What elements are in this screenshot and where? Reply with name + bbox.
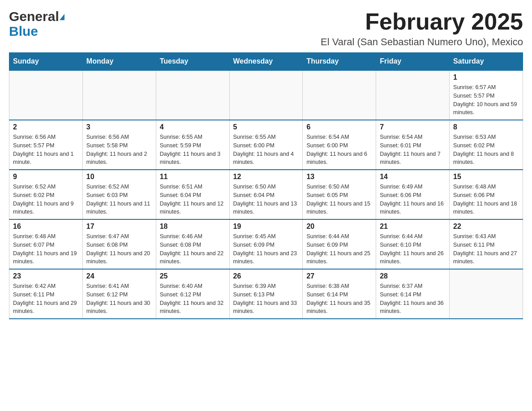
calendar-cell xyxy=(450,269,523,319)
day-info: Sunrise: 6:55 AM Sunset: 6:00 PM Dayligh… xyxy=(233,133,299,167)
calendar-cell: 20Sunrise: 6:44 AM Sunset: 6:09 PM Dayli… xyxy=(303,219,376,269)
calendar-cell: 3Sunrise: 6:56 AM Sunset: 5:58 PM Daylig… xyxy=(82,120,156,170)
calendar-week-4: 16Sunrise: 6:48 AM Sunset: 6:07 PM Dayli… xyxy=(9,219,523,269)
page-header: General Blue February 2025 El Varal (San… xyxy=(9,9,523,48)
calendar-table: SundayMondayTuesdayWednesdayThursdayFrid… xyxy=(9,52,523,319)
day-number: 10 xyxy=(86,173,152,181)
weekday-header-saturday: Saturday xyxy=(450,53,523,71)
day-info: Sunrise: 6:56 AM Sunset: 5:57 PM Dayligh… xyxy=(13,133,79,167)
calendar-week-3: 9Sunrise: 6:52 AM Sunset: 6:02 PM Daylig… xyxy=(9,170,523,219)
day-info: Sunrise: 6:48 AM Sunset: 6:06 PM Dayligh… xyxy=(453,183,519,216)
weekday-header-row: SundayMondayTuesdayWednesdayThursdayFrid… xyxy=(9,53,523,71)
day-number: 1 xyxy=(453,73,519,81)
day-number: 25 xyxy=(160,272,226,280)
calendar-cell: 13Sunrise: 6:50 AM Sunset: 6:05 PM Dayli… xyxy=(303,170,376,219)
calendar-cell: 19Sunrise: 6:45 AM Sunset: 6:09 PM Dayli… xyxy=(229,219,303,269)
day-info: Sunrise: 6:50 AM Sunset: 6:04 PM Dayligh… xyxy=(233,183,299,216)
logo-general: General xyxy=(9,9,64,24)
day-info: Sunrise: 6:42 AM Sunset: 6:11 PM Dayligh… xyxy=(13,282,79,316)
calendar-cell: 22Sunrise: 6:43 AM Sunset: 6:11 PM Dayli… xyxy=(450,219,523,269)
day-number: 5 xyxy=(233,123,299,131)
day-info: Sunrise: 6:40 AM Sunset: 6:12 PM Dayligh… xyxy=(160,282,226,316)
day-number: 16 xyxy=(13,223,79,231)
calendar-cell xyxy=(303,70,376,120)
day-info: Sunrise: 6:52 AM Sunset: 6:03 PM Dayligh… xyxy=(86,183,152,216)
day-number: 18 xyxy=(160,223,226,231)
day-info: Sunrise: 6:54 AM Sunset: 6:01 PM Dayligh… xyxy=(380,133,446,167)
day-number: 13 xyxy=(306,173,372,181)
day-info: Sunrise: 6:50 AM Sunset: 6:05 PM Dayligh… xyxy=(306,183,372,216)
weekday-header-wednesday: Wednesday xyxy=(229,53,303,71)
day-info: Sunrise: 6:39 AM Sunset: 6:13 PM Dayligh… xyxy=(233,282,299,316)
day-info: Sunrise: 6:48 AM Sunset: 6:07 PM Dayligh… xyxy=(13,232,79,266)
calendar-week-2: 2Sunrise: 6:56 AM Sunset: 5:57 PM Daylig… xyxy=(9,120,523,170)
calendar-cell: 27Sunrise: 6:38 AM Sunset: 6:14 PM Dayli… xyxy=(303,269,376,319)
calendar-cell: 24Sunrise: 6:41 AM Sunset: 6:12 PM Dayli… xyxy=(82,269,156,319)
day-info: Sunrise: 6:44 AM Sunset: 6:10 PM Dayligh… xyxy=(380,232,446,266)
location-title: El Varal (San Sebastian Numero Uno), Mex… xyxy=(321,36,523,48)
calendar-cell: 5Sunrise: 6:55 AM Sunset: 6:00 PM Daylig… xyxy=(229,120,303,170)
day-info: Sunrise: 6:53 AM Sunset: 6:02 PM Dayligh… xyxy=(453,133,519,167)
month-title: February 2025 xyxy=(321,9,523,34)
weekday-header-monday: Monday xyxy=(82,53,156,71)
day-number: 12 xyxy=(233,173,299,181)
logo-triangle-icon xyxy=(60,14,64,20)
day-number: 24 xyxy=(86,272,152,280)
calendar-cell: 8Sunrise: 6:53 AM Sunset: 6:02 PM Daylig… xyxy=(450,120,523,170)
logo: General Blue xyxy=(9,9,64,39)
day-info: Sunrise: 6:54 AM Sunset: 6:00 PM Dayligh… xyxy=(306,133,372,167)
calendar-cell: 16Sunrise: 6:48 AM Sunset: 6:07 PM Dayli… xyxy=(9,219,83,269)
day-info: Sunrise: 6:55 AM Sunset: 5:59 PM Dayligh… xyxy=(160,133,226,167)
calendar-cell: 12Sunrise: 6:50 AM Sunset: 6:04 PM Dayli… xyxy=(229,170,303,219)
calendar-cell: 15Sunrise: 6:48 AM Sunset: 6:06 PM Dayli… xyxy=(450,170,523,219)
calendar-cell: 9Sunrise: 6:52 AM Sunset: 6:02 PM Daylig… xyxy=(9,170,83,219)
calendar-cell: 10Sunrise: 6:52 AM Sunset: 6:03 PM Dayli… xyxy=(82,170,156,219)
calendar-cell: 7Sunrise: 6:54 AM Sunset: 6:01 PM Daylig… xyxy=(376,120,450,170)
calendar-cell: 21Sunrise: 6:44 AM Sunset: 6:10 PM Dayli… xyxy=(376,219,450,269)
weekday-header-thursday: Thursday xyxy=(303,53,376,71)
day-number: 6 xyxy=(306,123,372,131)
day-number: 8 xyxy=(453,123,519,131)
day-number: 19 xyxy=(233,223,299,231)
calendar-week-1: 1Sunrise: 6:57 AM Sunset: 5:57 PM Daylig… xyxy=(9,70,523,120)
day-info: Sunrise: 6:49 AM Sunset: 6:06 PM Dayligh… xyxy=(380,183,446,216)
day-number: 11 xyxy=(160,173,226,181)
day-number: 2 xyxy=(13,123,79,131)
day-info: Sunrise: 6:47 AM Sunset: 6:08 PM Dayligh… xyxy=(86,232,152,266)
calendar-cell: 26Sunrise: 6:39 AM Sunset: 6:13 PM Dayli… xyxy=(229,269,303,319)
calendar-cell xyxy=(229,70,303,120)
day-number: 28 xyxy=(380,272,446,280)
day-number: 23 xyxy=(13,272,79,280)
calendar-cell: 25Sunrise: 6:40 AM Sunset: 6:12 PM Dayli… xyxy=(156,269,229,319)
day-info: Sunrise: 6:51 AM Sunset: 6:04 PM Dayligh… xyxy=(160,183,226,216)
day-info: Sunrise: 6:57 AM Sunset: 5:57 PM Dayligh… xyxy=(453,83,519,117)
weekday-header-friday: Friday xyxy=(376,53,450,71)
day-info: Sunrise: 6:38 AM Sunset: 6:14 PM Dayligh… xyxy=(306,282,372,316)
day-info: Sunrise: 6:52 AM Sunset: 6:02 PM Dayligh… xyxy=(13,183,79,216)
calendar-week-5: 23Sunrise: 6:42 AM Sunset: 6:11 PM Dayli… xyxy=(9,269,523,319)
day-info: Sunrise: 6:43 AM Sunset: 6:11 PM Dayligh… xyxy=(453,232,519,266)
day-number: 21 xyxy=(380,223,446,231)
day-number: 17 xyxy=(86,223,152,231)
day-number: 15 xyxy=(453,173,519,181)
day-info: Sunrise: 6:56 AM Sunset: 5:58 PM Dayligh… xyxy=(86,133,152,167)
day-info: Sunrise: 6:41 AM Sunset: 6:12 PM Dayligh… xyxy=(86,282,152,316)
calendar-cell: 14Sunrise: 6:49 AM Sunset: 6:06 PM Dayli… xyxy=(376,170,450,219)
calendar-cell: 2Sunrise: 6:56 AM Sunset: 5:57 PM Daylig… xyxy=(9,120,83,170)
calendar-cell: 1Sunrise: 6:57 AM Sunset: 5:57 PM Daylig… xyxy=(450,70,523,120)
day-info: Sunrise: 6:44 AM Sunset: 6:09 PM Dayligh… xyxy=(306,232,372,266)
day-number: 14 xyxy=(380,173,446,181)
calendar-cell: 17Sunrise: 6:47 AM Sunset: 6:08 PM Dayli… xyxy=(82,219,156,269)
calendar-cell xyxy=(156,70,229,120)
day-number: 3 xyxy=(86,123,152,131)
weekday-header-tuesday: Tuesday xyxy=(156,53,229,71)
day-number: 22 xyxy=(453,223,519,231)
calendar-cell: 18Sunrise: 6:46 AM Sunset: 6:08 PM Dayli… xyxy=(156,219,229,269)
day-number: 27 xyxy=(306,272,372,280)
day-number: 26 xyxy=(233,272,299,280)
day-number: 9 xyxy=(13,173,79,181)
weekday-header-sunday: Sunday xyxy=(9,53,83,71)
calendar-cell xyxy=(9,70,83,120)
calendar-cell xyxy=(82,70,156,120)
day-info: Sunrise: 6:37 AM Sunset: 6:14 PM Dayligh… xyxy=(380,282,446,316)
